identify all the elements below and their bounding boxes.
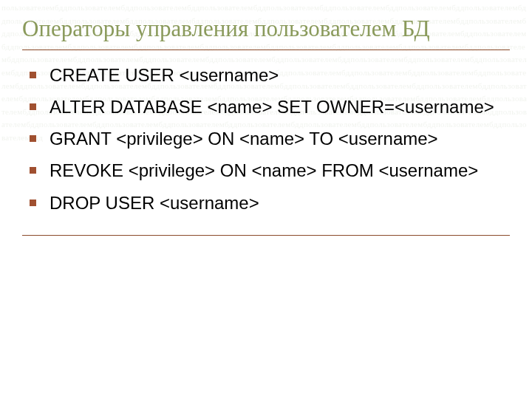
item-text: GRANT <privilege> ON <name> TO <username… — [50, 127, 510, 150]
item-text: DROP USER <username> — [50, 191, 510, 214]
bullet-list: CREATE USER <username> ALTER DATABASE <n… — [22, 64, 510, 214]
list-item: REVOKE <privilege> ON <name> FROM <usern… — [30, 159, 510, 182]
list-item: CREATE USER <username> — [30, 64, 510, 86]
bullet-icon — [30, 200, 36, 206]
bullet-icon — [30, 167, 36, 174]
list-item: DROP USER <username> — [30, 191, 510, 214]
slide-content: Операторы управления пользователем БД CR… — [0, 0, 532, 250]
item-text: CREATE USER <username> — [50, 64, 510, 86]
bullet-icon — [30, 135, 36, 142]
bottom-divider — [22, 235, 510, 236]
item-text: ALTER DATABASE <name> SET OWNER=<usernam… — [50, 95, 510, 118]
item-text: REVOKE <privilege> ON <name> FROM <usern… — [50, 159, 510, 182]
bullet-icon — [30, 103, 36, 110]
list-item: ALTER DATABASE <name> SET OWNER=<usernam… — [30, 95, 510, 118]
slide-title: Операторы управления пользователем БД — [22, 15, 510, 50]
bullet-icon — [30, 72, 36, 78]
list-item: GRANT <privilege> ON <name> TO <username… — [30, 127, 510, 150]
